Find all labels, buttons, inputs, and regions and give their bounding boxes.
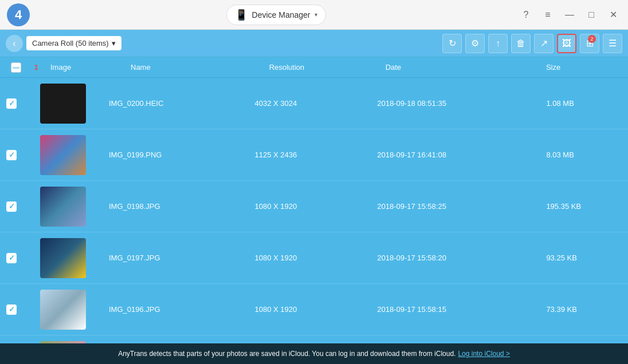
notification-text: AnyTrans detects that parts of your phot… [118,350,456,358]
title-bar-right: ? ≡ — □ ✕ [518,7,621,23]
refresh-button[interactable]: ↻ [442,34,462,53]
close-button[interactable]: ✕ [605,7,621,23]
row-resolution: 1080 X 1920 [249,202,371,211]
table-row[interactable]: IMG_0198.JPG 1080 X 1920 2018-09-17 15:5… [0,181,628,232]
row-resolution: 1080 X 1920 [249,305,371,314]
app-logo: 4 [7,3,30,26]
row-resolution: 1125 X 2436 [249,151,371,159]
header-image: Image [45,63,125,72]
badge-number: 2 [588,35,596,43]
folder-label: Camera Roll (50 items) [32,39,109,48]
row-name: IMG_0196.JPG [103,305,249,314]
row-size: 195.35 KB [540,202,628,211]
row-date: 2018-09-17 15:58:15 [371,305,540,314]
minimize-button[interactable]: — [562,7,578,23]
row-thumbnail [40,135,86,175]
select-all-checkbox[interactable] [11,62,21,73]
row-size: 93.25 KB [540,254,628,262]
row-size: 1.08 MB [540,99,628,108]
row-date: 2018-09-18 08:51:35 [371,99,540,108]
header-size: Size [540,63,623,72]
row-checkbox-cell[interactable] [0,201,23,212]
table-row[interactable]: IMG_0195.JPG 1080 X 1920 2018-09-17 15:5… [0,335,628,343]
back-button[interactable]: ‹ [6,35,23,52]
title-bar-center: 📱 Device Manager ▾ [226,5,327,25]
row-resolution: 4032 X 3024 [249,99,371,108]
row-name: IMG_0198.JPG [103,202,249,211]
row-date: 2018-09-17 15:58:20 [371,254,540,262]
maximize-button[interactable]: □ [583,7,599,23]
table-row[interactable]: IMG_0200.HEIC 4032 X 3024 2018-09-18 08:… [0,78,628,129]
header-resolution: Resolution [264,63,380,72]
row-checkbox-cell[interactable] [0,304,23,315]
row-thumbnail-cell [23,290,103,330]
list-view-button[interactable]: ☰ [603,34,622,53]
title-bar: 4 📱 Device Manager ▾ ? ≡ — □ ✕ [0,0,628,30]
num-badge: 1 [34,63,38,72]
dropdown-arrow-icon: ▾ [315,11,317,18]
menu-button[interactable]: ≡ [540,7,556,23]
toolbar: ‹ Camera Roll (50 items) ▾ ↻ ⚙ ↑ 🗑 ↗ 🖼 ⊞… [0,30,628,57]
row-resolution: 1080 X 1920 [249,254,371,262]
row-date: 2018-09-17 15:58:25 [371,202,540,211]
header-name: Name [125,63,264,72]
device-manager-label: Device Manager [252,10,311,19]
row-thumbnail [40,290,86,330]
import-button-wrap: 🖼 [557,34,576,53]
row-checkbox[interactable] [6,253,17,263]
row-thumbnail-cell [23,187,103,227]
row-thumbnail-cell [23,135,103,175]
row-checkbox[interactable] [6,98,17,109]
row-size: 73.39 KB [540,305,628,314]
table-row[interactable]: IMG_0199.PNG 1125 X 2436 2018-09-17 16:4… [0,129,628,181]
table-row[interactable]: IMG_0197.JPG 1080 X 1920 2018-09-17 15:5… [0,232,628,284]
row-date: 2018-09-17 16:41:08 [371,151,540,159]
row-checkbox-cell[interactable] [0,98,23,109]
row-name: IMG_0199.PNG [103,151,249,159]
table-header: 1 Image Name Resolution Date Size [0,57,628,78]
icloud-link[interactable]: Log into iCloud > [458,350,509,358]
row-thumbnail [40,84,86,124]
settings-button[interactable]: ⚙ [465,34,485,53]
header-date: Date [380,63,540,72]
device-icon: 📱 [235,9,248,21]
header-num: 1 [28,63,45,72]
row-name: IMG_0200.HEIC [103,99,249,108]
import-button[interactable]: 🖼 [557,34,576,53]
grid-view-wrap: ⊞ 2 [580,34,599,53]
row-name: IMG_0197.JPG [103,254,249,262]
help-button[interactable]: ? [518,7,534,23]
title-bar-left: 4 [7,3,34,26]
row-checkbox[interactable] [6,304,17,315]
upload-button[interactable]: ↑ [488,34,508,53]
row-checkbox[interactable] [6,150,17,160]
table-body: IMG_0200.HEIC 4032 X 3024 2018-09-18 08:… [0,78,628,343]
device-manager-button[interactable]: 📱 Device Manager ▾ [226,5,327,25]
row-checkbox-cell[interactable] [0,253,23,263]
notification-bar: AnyTrans detects that parts of your phot… [0,343,628,364]
select-all-cell[interactable] [5,62,28,73]
export-button[interactable]: ↗ [534,34,554,53]
row-checkbox-cell[interactable] [0,150,23,160]
row-thumbnail [40,238,86,278]
folder-select[interactable]: Camera Roll (50 items) ▾ [26,36,121,50]
row-thumbnail-cell [23,238,103,278]
delete-button[interactable]: 🗑 [511,34,531,53]
logo-label: 4 [15,7,22,22]
row-thumbnail-cell [23,84,103,124]
folder-dropdown-icon: ▾ [112,39,116,48]
row-thumbnail [40,187,86,227]
row-checkbox[interactable] [6,201,17,212]
row-size: 8.03 MB [540,151,628,159]
table-row[interactable]: IMG_0196.JPG 1080 X 1920 2018-09-17 15:5… [0,284,628,335]
